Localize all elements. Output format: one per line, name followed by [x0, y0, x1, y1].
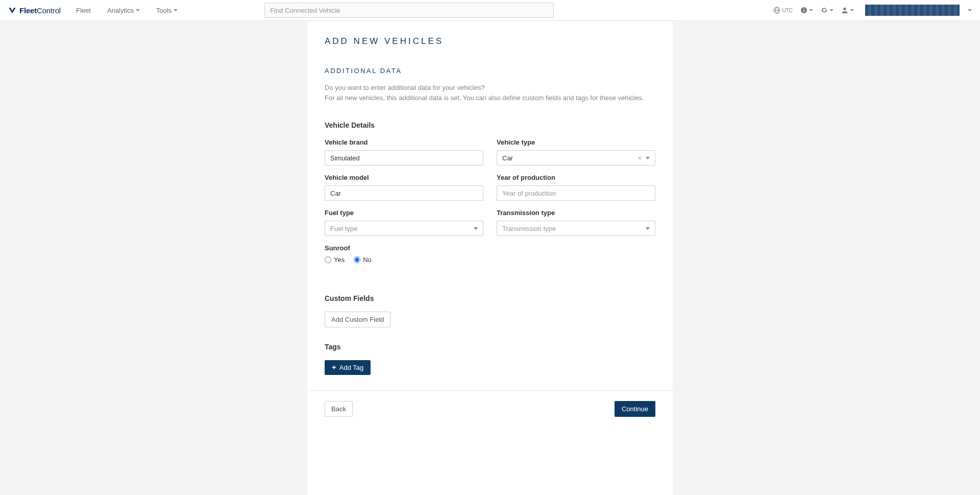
svg-point-6: [843, 8, 846, 10]
brand-mark-icon: [8, 7, 16, 14]
sunroof-yes-label: Yes: [334, 256, 345, 264]
globe-icon: [773, 6, 781, 14]
back-button[interactable]: Back: [325, 401, 353, 417]
field-fuel-type: Fuel type Fuel type: [325, 209, 483, 236]
vehicle-model-label: Vehicle model: [325, 174, 483, 181]
vehicle-type-value: Car: [502, 154, 513, 162]
brand-name-bold: Fleet: [19, 6, 37, 15]
add-tag-button[interactable]: Add Tag: [325, 360, 371, 375]
svg-rect-4: [803, 10, 804, 12]
nav-tools[interactable]: Tools: [150, 7, 184, 14]
fuel-type-label: Fuel type: [325, 209, 483, 217]
transmission-type-select[interactable]: Transmission type: [497, 221, 655, 236]
chevron-down-icon: [646, 227, 650, 230]
nav-fleet[interactable]: Fleet: [70, 7, 97, 14]
topbar: FleetControl Fleet Analytics Tools UTC: [0, 0, 980, 21]
brand-name-light: Control: [37, 6, 61, 15]
sunroof-no-option[interactable]: No: [354, 256, 372, 264]
vehicle-brand-label: Vehicle brand: [325, 138, 483, 146]
user-menu[interactable]: [841, 6, 854, 14]
search-input[interactable]: [264, 3, 554, 18]
sunroof-yes-option[interactable]: Yes: [325, 256, 345, 264]
settings-menu[interactable]: [820, 6, 834, 14]
continue-button[interactable]: Continue: [615, 401, 655, 417]
sunroof-yes-radio[interactable]: [325, 256, 331, 263]
vehicle-model-input[interactable]: [325, 185, 483, 201]
fuel-type-placeholder: Fuel type: [330, 225, 357, 232]
user-icon: [841, 6, 849, 14]
chevron-down-icon: [646, 157, 650, 159]
user-org-badge[interactable]: [865, 5, 960, 16]
field-year: Year of production: [497, 174, 655, 201]
add-custom-field-button[interactable]: Add Custom Field: [325, 312, 390, 327]
section-title: ADDITIONAL DATA: [325, 67, 655, 75]
transmission-type-placeholder: Transmission type: [502, 225, 556, 232]
nav-analytics[interactable]: Analytics: [101, 7, 146, 14]
chevron-down-icon: [474, 227, 478, 230]
chevron-down-icon: [136, 9, 140, 11]
field-sunroof: Sunroof Yes No: [325, 244, 483, 279]
chevron-down-icon: [174, 9, 178, 11]
search-wrap: [264, 3, 554, 18]
info-menu[interactable]: [800, 6, 813, 14]
svg-rect-5: [803, 8, 804, 9]
vehicle-brand-input[interactable]: [325, 150, 483, 166]
sunroof-no-radio[interactable]: [354, 256, 360, 263]
nav-analytics-label: Analytics: [107, 7, 134, 14]
clear-icon[interactable]: ×: [638, 154, 642, 162]
field-vehicle-model: Vehicle model: [325, 174, 483, 201]
vehicle-type-select[interactable]: Car ×: [497, 150, 655, 166]
chevron-down-icon: [809, 9, 813, 11]
vehicle-details-heading: Vehicle Details: [325, 121, 655, 129]
year-input[interactable]: [497, 185, 655, 201]
vehicle-type-label: Vehicle type: [497, 138, 655, 146]
page-card: ADD NEW VEHICLES ADDITIONAL DATA Do you …: [307, 21, 673, 495]
year-label: Year of production: [497, 174, 655, 181]
field-transmission-type: Transmission type Transmission type: [497, 209, 655, 236]
section-description: Do you want to enter additional data for…: [325, 83, 655, 103]
chevron-down-icon: [829, 9, 834, 11]
fuel-type-select[interactable]: Fuel type: [325, 221, 483, 236]
tags-heading: Tags: [325, 343, 655, 351]
nav-fleet-label: Fleet: [76, 7, 91, 14]
custom-fields-heading: Custom Fields: [325, 294, 655, 302]
timezone-label: UTC: [782, 8, 793, 13]
nav-tools-label: Tools: [156, 7, 172, 14]
sunroof-no-label: No: [363, 256, 372, 264]
brand-logo[interactable]: FleetControl: [8, 6, 61, 15]
timezone-toggle[interactable]: UTC: [773, 6, 793, 14]
add-tag-label: Add Tag: [339, 364, 363, 371]
gear-icon: [820, 6, 828, 14]
field-vehicle-brand: Vehicle brand: [325, 138, 483, 166]
sunroof-label: Sunroof: [325, 244, 483, 252]
topbar-right: UTC: [773, 5, 972, 16]
chevron-down-icon: [968, 9, 972, 11]
chevron-down-icon: [850, 9, 854, 11]
footer-bar: Back Continue: [307, 390, 673, 432]
field-vehicle-type: Vehicle type Car ×: [497, 138, 655, 166]
transmission-type-label: Transmission type: [497, 209, 655, 217]
desc-line-2: For all new vehicles, this additional da…: [325, 93, 655, 103]
desc-line-1: Do you want to enter additional data for…: [325, 83, 655, 93]
info-icon: [800, 6, 808, 14]
page-title: ADD NEW VEHICLES: [325, 36, 655, 46]
